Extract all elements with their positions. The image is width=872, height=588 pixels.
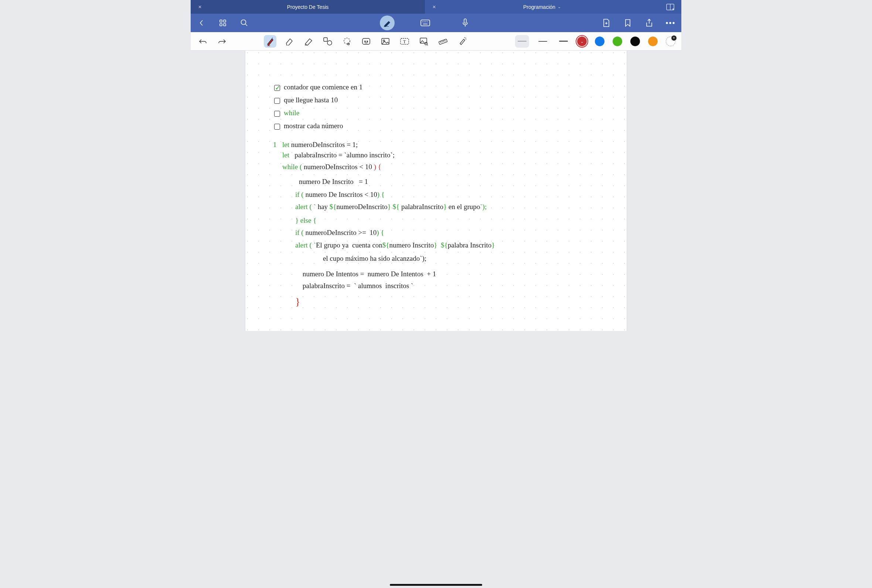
svg-rect-4 <box>224 20 226 22</box>
tab-programacion[interactable]: ✕ Programación ⌄ <box>425 0 659 14</box>
color-red[interactable]: ⌄ <box>577 37 587 46</box>
svg-rect-15 <box>464 19 466 23</box>
sticker-tool[interactable] <box>360 35 372 48</box>
code-line: if ( numeroDeInscrito >= 10) { <box>295 227 384 238</box>
code-line: if ( numero De Inscritos < 10) { <box>295 189 385 200</box>
tab-bar: ✕ Proyecto De Tesis ✕ Programación ⌄ <box>191 0 681 14</box>
split-view-icon[interactable] <box>659 0 681 14</box>
undo-button[interactable] <box>197 35 209 48</box>
svg-point-2 <box>672 8 674 10</box>
tab-label: Proyecto De Tesis <box>287 4 329 10</box>
code-line-number: 1 <box>273 139 277 150</box>
image-search-tool[interactable] <box>417 35 430 48</box>
svg-point-26 <box>365 40 365 41</box>
draw-mode-button[interactable] <box>380 15 395 30</box>
svg-text:T: T <box>403 39 406 44</box>
svg-point-7 <box>241 20 246 25</box>
note-page[interactable]: contador que comience en 1 que llegue ha… <box>245 51 627 331</box>
more-button[interactable]: ••• <box>665 17 676 28</box>
svg-point-33 <box>425 42 428 45</box>
image-tool[interactable] <box>379 35 392 48</box>
svg-rect-5 <box>220 24 222 26</box>
svg-rect-6 <box>224 24 226 26</box>
checkbox-icon <box>274 124 280 130</box>
pen-tool[interactable] <box>264 35 276 48</box>
search-button[interactable] <box>239 17 250 28</box>
text-tool[interactable]: T <box>398 35 411 48</box>
mic-button[interactable] <box>460 17 471 28</box>
svg-point-27 <box>367 40 368 41</box>
code-line: palabraInscrito = ` alumnos inscritos ` <box>303 280 413 291</box>
close-icon[interactable]: ✕ <box>198 4 202 10</box>
redo-button[interactable] <box>216 35 228 48</box>
svg-line-42 <box>465 38 466 38</box>
svg-point-22 <box>327 40 332 45</box>
tab-proyecto[interactable]: ✕ Proyecto De Tesis <box>191 0 425 14</box>
svg-line-34 <box>427 45 428 45</box>
svg-point-29 <box>383 40 385 41</box>
lasso-tool[interactable] <box>341 35 353 48</box>
shape-tool[interactable] <box>321 35 334 48</box>
ruler-tool[interactable] <box>437 35 449 48</box>
code-line: let palabraInscrito = `alumno inscrito`; <box>282 150 395 160</box>
svg-rect-9 <box>421 20 430 26</box>
home-indicator[interactable] <box>390 584 482 586</box>
nav-bar: ••• <box>191 14 681 32</box>
svg-rect-3 <box>220 20 222 22</box>
add-color-button[interactable]: + <box>666 37 675 46</box>
svg-rect-21 <box>324 38 327 41</box>
code-line: } else { <box>295 215 316 226</box>
code-line: } <box>295 294 300 309</box>
tab-label: Programación <box>523 4 555 10</box>
code-line: while ( numeroDeInscritos < 10 ) { <box>282 161 381 172</box>
keyboard-button[interactable] <box>420 17 431 28</box>
back-button[interactable] <box>196 17 207 28</box>
add-page-button[interactable] <box>601 17 612 28</box>
svg-line-39 <box>445 40 445 41</box>
svg-line-37 <box>442 40 442 42</box>
grid-view-button[interactable] <box>217 17 228 28</box>
color-black[interactable] <box>630 37 640 46</box>
workspace: contador que comience en 1 que llegue ha… <box>191 51 681 331</box>
close-icon[interactable]: ✕ <box>432 4 436 10</box>
highlighter-tool[interactable] <box>302 35 315 48</box>
stroke-thick[interactable] <box>557 35 570 48</box>
code-line: numero De Intentos = numero De Intentos … <box>303 268 436 279</box>
share-button[interactable] <box>644 17 655 28</box>
tool-bar: T ⌄ + <box>191 32 681 51</box>
color-orange[interactable] <box>648 37 658 46</box>
code-line: alert ( `El grupo ya cuenta con${numero … <box>295 240 495 250</box>
chevron-down-icon: ⌄ <box>558 4 561 9</box>
stroke-medium[interactable] <box>536 35 550 48</box>
code-line: el cupo máximo ha sido alcanzado`); <box>323 253 426 264</box>
eraser-tool[interactable] <box>283 35 296 48</box>
svg-line-36 <box>440 41 441 43</box>
stroke-thin[interactable] <box>515 35 529 48</box>
svg-rect-35 <box>438 39 447 44</box>
note-line: mostrar cada número <box>260 110 343 142</box>
svg-line-8 <box>245 24 247 26</box>
svg-rect-25 <box>362 38 370 44</box>
code-line: let numeroDeInscritos = 1; <box>282 139 358 150</box>
bookmark-button[interactable] <box>622 17 633 28</box>
svg-line-38 <box>443 40 444 42</box>
color-blue[interactable] <box>595 37 605 46</box>
color-green[interactable] <box>612 37 622 46</box>
code-line: alert ( ` hay ${numeroDeInscrito} ${ pal… <box>295 201 486 212</box>
laser-tool[interactable] <box>456 35 468 48</box>
code-line: numero De Inscrito = 1 <box>299 176 368 187</box>
